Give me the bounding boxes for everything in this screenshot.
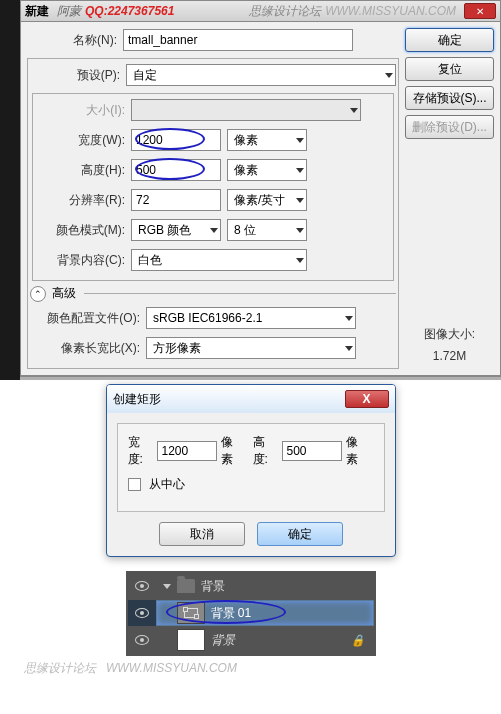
title-qq: QQ:2247367561 xyxy=(85,4,174,18)
height-label: 高度(H): xyxy=(35,162,125,179)
group-name: 背景 xyxy=(201,578,225,595)
chevron-down-icon xyxy=(296,228,304,233)
image-size-value: 1.72M xyxy=(405,346,494,368)
save-preset-button[interactable]: 存储预设(S)... xyxy=(405,86,494,110)
chevron-down-icon xyxy=(296,168,304,173)
lock-icon: 🔒 xyxy=(351,634,365,647)
height-input[interactable] xyxy=(131,159,221,181)
title-forum: 思缘设计论坛 xyxy=(249,3,321,20)
eye-icon xyxy=(135,608,149,618)
chevron-down-icon[interactable] xyxy=(163,584,171,589)
pixelaspect-label: 像素长宽比(X): xyxy=(30,340,140,357)
rect-height-unit: 像素 xyxy=(346,434,367,468)
rectangle-icon xyxy=(184,608,198,618)
preset-value: 自定 xyxy=(133,67,157,84)
bits-dropdown[interactable]: 8 位 xyxy=(227,219,307,241)
folder-icon xyxy=(177,579,195,593)
bottom-url: WWW.MISSYUAN.COM xyxy=(106,661,237,675)
chevron-down-icon xyxy=(296,198,304,203)
delete-preset-button: 删除预设(D)... xyxy=(405,115,494,139)
bits-value: 8 位 xyxy=(234,222,256,239)
layers-panel: 背景 背景 01 背景 🔒 xyxy=(126,571,376,656)
colormode-label: 颜色模式(M): xyxy=(35,222,125,239)
visibility-toggle[interactable] xyxy=(128,581,156,591)
from-center-label: 从中心 xyxy=(149,476,185,493)
chevron-down-icon xyxy=(345,316,353,321)
resolution-unit: 像素/英寸 xyxy=(234,192,285,209)
chevron-down-icon xyxy=(385,73,393,78)
ok-button[interactable]: 确定 xyxy=(405,28,494,52)
ok-button[interactable]: 确定 xyxy=(257,522,343,546)
dialog-titlebar[interactable]: 创建矩形 X xyxy=(107,385,395,413)
layer-row-selected[interactable]: 背景 01 xyxy=(128,600,374,626)
chevron-down-icon xyxy=(210,228,218,233)
collapse-icon[interactable]: ⌃ xyxy=(30,286,46,302)
visibility-toggle[interactable] xyxy=(128,608,156,618)
dialog-title: 创建矩形 xyxy=(113,391,161,408)
rect-width-unit: 像素 xyxy=(221,434,242,468)
name-input[interactable] xyxy=(123,29,353,51)
pixelaspect-value: 方形像素 xyxy=(153,340,201,357)
layer-row-background[interactable]: 背景 🔒 xyxy=(128,627,374,653)
reset-button[interactable]: 复位 xyxy=(405,57,494,81)
size-dropdown xyxy=(131,99,361,121)
layer-thumbnail xyxy=(177,602,205,624)
rect-width-label: 宽度: xyxy=(128,434,152,468)
chevron-down-icon xyxy=(345,346,353,351)
bgcontent-value: 白色 xyxy=(138,252,162,269)
resolution-label: 分辨率(R): xyxy=(35,192,125,209)
height-unit-dropdown[interactable]: 像素 xyxy=(227,159,307,181)
image-size-label: 图像大小: xyxy=(405,324,494,346)
name-label: 名称(N): xyxy=(27,32,117,49)
layer-group-row[interactable]: 背景 xyxy=(128,573,374,599)
from-center-checkbox[interactable] xyxy=(128,478,141,491)
colormode-dropdown[interactable]: RGB 颜色 xyxy=(131,219,221,241)
close-icon[interactable]: X xyxy=(345,390,389,408)
cancel-button[interactable]: 取消 xyxy=(159,522,245,546)
eye-icon xyxy=(135,581,149,591)
rect-height-label: 高度: xyxy=(253,434,277,468)
title-new: 新建 xyxy=(25,3,49,20)
size-label: 大小(I): xyxy=(35,102,125,119)
titlebar: 新建 阿蒙 QQ:2247367561 思缘设计论坛 WWW.MISSYUAN.… xyxy=(20,0,501,22)
eye-icon xyxy=(135,635,149,645)
colormode-value: RGB 颜色 xyxy=(138,222,191,239)
resolution-unit-dropdown[interactable]: 像素/英寸 xyxy=(227,189,307,211)
bgcontent-dropdown[interactable]: 白色 xyxy=(131,249,307,271)
create-rect-dialog: 创建矩形 X 宽度: 像素 高度: 像素 从中心 取消 xyxy=(106,384,396,557)
close-icon[interactable]: ✕ xyxy=(464,3,496,19)
colorprofile-value: sRGB IEC61966-2.1 xyxy=(153,311,262,325)
layer-name: 背景 xyxy=(211,632,235,649)
bgcontent-label: 背景内容(C): xyxy=(35,252,125,269)
visibility-toggle[interactable] xyxy=(128,635,156,645)
advanced-label: 高级 xyxy=(52,285,76,302)
width-unit: 像素 xyxy=(234,132,258,149)
title-url: WWW.MISSYUAN.COM xyxy=(325,4,456,18)
pixelaspect-dropdown[interactable]: 方形像素 xyxy=(146,337,356,359)
chevron-down-icon xyxy=(296,138,304,143)
layer-name: 背景 01 xyxy=(211,605,252,622)
rect-width-input[interactable] xyxy=(157,441,217,461)
rect-height-input[interactable] xyxy=(282,441,342,461)
width-label: 宽度(W): xyxy=(35,132,125,149)
resolution-input[interactable] xyxy=(131,189,221,211)
colorprofile-dropdown[interactable]: sRGB IEC61966-2.1 xyxy=(146,307,356,329)
preset-dropdown[interactable]: 自定 xyxy=(126,64,396,86)
chevron-down-icon xyxy=(350,108,358,113)
preset-label: 预设(P): xyxy=(30,67,120,84)
chevron-down-icon xyxy=(296,258,304,263)
colorprofile-label: 颜色配置文件(O): xyxy=(30,310,140,327)
layer-thumbnail xyxy=(177,629,205,651)
height-unit: 像素 xyxy=(234,162,258,179)
title-author: 阿蒙 xyxy=(57,3,81,20)
width-unit-dropdown[interactable]: 像素 xyxy=(227,129,307,151)
bottom-forum: 思缘设计论坛 xyxy=(24,661,96,675)
width-input[interactable] xyxy=(131,129,221,151)
